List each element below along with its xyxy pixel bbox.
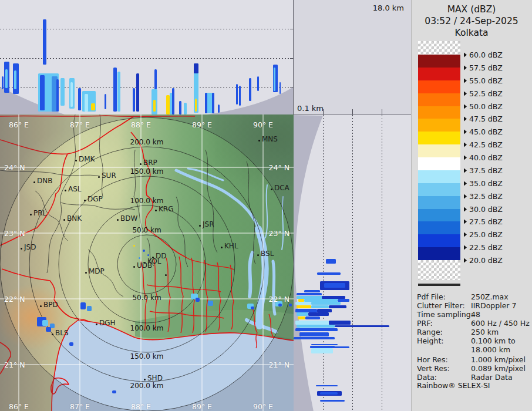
- echo-bar: [320, 400, 345, 402]
- scale-arrow-icon: [464, 245, 467, 250]
- dbz-scale-label: 60.0 dBZ: [464, 50, 503, 59]
- echo-bar: [311, 348, 333, 353]
- longitude-label: 88° E: [131, 120, 151, 129]
- latitude-label: 24° N: [4, 163, 25, 172]
- scale-arrow-icon: [464, 258, 467, 263]
- axis-tick: [382, 109, 382, 114]
- scale-arrow-icon: [464, 143, 467, 147]
- echo-bar: [133, 88, 135, 112]
- dbz-scale-label: 25.0 dBZ: [464, 230, 503, 239]
- side-height-profile-panel: [294, 114, 411, 411]
- echo-bar: [305, 316, 320, 319]
- software-brand: Rainbow® SELEX-SI: [417, 381, 490, 390]
- echo-bar: [60, 78, 65, 106]
- dbz-colorbar: [418, 41, 460, 280]
- dbz-swatch: [418, 55, 460, 68]
- scale-arrow-icon: [464, 53, 467, 58]
- echo-bar: [298, 316, 305, 319]
- echo-bar: [184, 103, 187, 114]
- echo-bar: [179, 101, 181, 114]
- latitude-label: 21° N: [269, 361, 289, 369]
- metadata-value: 0.089 km/pixel: [471, 364, 526, 373]
- dbz-scale-label: 27.5 dBZ: [464, 217, 503, 226]
- dbz-swatch: [418, 80, 460, 93]
- echo-bar: [274, 68, 275, 91]
- dbz-scale-label: 55.0 dBZ: [464, 76, 503, 85]
- min-height-label: 0.1 km: [297, 104, 324, 113]
- scale-arrow-icon: [464, 91, 467, 96]
- metadata-row: Hor Res:1.000 km/pixel: [417, 355, 530, 364]
- metadata-value: 600 Hz / 450 Hz: [471, 319, 530, 328]
- latitude-label: 23° N: [4, 229, 25, 238]
- echo-bar: [43, 19, 46, 65]
- echo-bar: [308, 312, 329, 316]
- echo-bars-layer: [0, 0, 294, 114]
- echo-bar: [14, 70, 16, 89]
- echo-bar: [295, 302, 311, 305]
- radar-application-window: 18.0 km 0.1 km: [0, 0, 532, 411]
- metadata-value: 48: [471, 310, 480, 319]
- echo-bar: [257, 76, 259, 91]
- metadata-row: Height:0.100 km to: [417, 336, 530, 345]
- latitude-label: 21° N: [4, 361, 25, 369]
- scale-arrow-icon: [464, 168, 467, 173]
- echo-bar: [326, 259, 336, 264]
- scale-arrow-icon: [464, 104, 467, 109]
- echo-bar: [295, 328, 338, 331]
- longitude-label: 88° E: [131, 402, 151, 411]
- metadata-row: PRF:600 Hz / 450 Hz: [417, 319, 530, 328]
- dbz-swatch: [418, 170, 460, 183]
- graticule-labels: 86° E86° E87° E87° E88° E88° E89° E89° E…: [0, 114, 294, 411]
- echo-bar: [294, 337, 335, 339]
- metadata-row: Clutter Filter:IIRDoppler 7: [417, 301, 530, 310]
- dbz-scale-label: 30.0 dBZ: [464, 204, 503, 213]
- colorbar-base-strip: [418, 284, 460, 286]
- echo-bar: [311, 302, 341, 305]
- dbz-swatch: [418, 234, 460, 247]
- echo-bar: [329, 321, 351, 325]
- metadata-label: PRF:: [417, 319, 433, 328]
- echo-bar: [172, 88, 174, 114]
- scale-arrow-icon: [464, 65, 467, 70]
- echo-bar: [85, 94, 88, 112]
- dbz-swatch: [418, 106, 460, 119]
- scale-arrow-icon: [464, 207, 467, 211]
- latitude-label: 22° N: [269, 295, 289, 304]
- dbz-scale-label: 57.5 dBZ: [464, 63, 503, 72]
- echo-bar: [105, 94, 106, 109]
- longitude-label: 90° E: [253, 402, 273, 411]
- longitude-label: 89° E: [192, 402, 212, 411]
- echo-bar: [297, 312, 308, 316]
- echo-bar: [316, 385, 338, 386]
- dbz-scale-label: 52.5 dBZ: [464, 89, 503, 97]
- echo-bar: [194, 63, 198, 73]
- echo-bar: [311, 344, 338, 345]
- profile-axis-corner: 18.0 km 0.1 km: [294, 0, 411, 114]
- echo-bar: [299, 332, 329, 336]
- echo-bar: [91, 103, 95, 110]
- echo-bar: [195, 99, 197, 112]
- metadata-label: Time sampling:: [417, 310, 473, 319]
- scale-arrow-icon: [464, 181, 467, 186]
- dbz-swatch-below-min: [418, 260, 460, 280]
- metadata-label: Hor Res:: [417, 355, 448, 364]
- metadata-value: 250 km: [471, 328, 499, 336]
- metadata-value: 0.100 km to: [471, 336, 516, 345]
- dbz-scale-label: 35.0 dBZ: [464, 178, 503, 187]
- echo-bar: [236, 84, 238, 105]
- dbz-scale-label: 50.0 dBZ: [464, 102, 503, 110]
- metadata-label: Clutter Filter:: [417, 301, 465, 310]
- echo-bar: [117, 72, 120, 112]
- radar-map-panel[interactable]: 200.0 km150.0 km100.0 km50.0 km50.0 km10…: [0, 114, 294, 411]
- dbz-swatch: [418, 183, 460, 196]
- echo-bar: [212, 93, 214, 113]
- dbz-scale-label: 47.5 dBZ: [464, 114, 503, 123]
- metadata-label: Pdf File:: [417, 292, 446, 301]
- echo-bar: [5, 69, 8, 88]
- echo-bar: [249, 78, 251, 101]
- scale-arrow-icon: [464, 78, 467, 83]
- dbz-swatch: [418, 68, 460, 80]
- echo-bar: [329, 305, 346, 308]
- echo-bar: [78, 88, 81, 110]
- dbz-swatch: [418, 247, 460, 260]
